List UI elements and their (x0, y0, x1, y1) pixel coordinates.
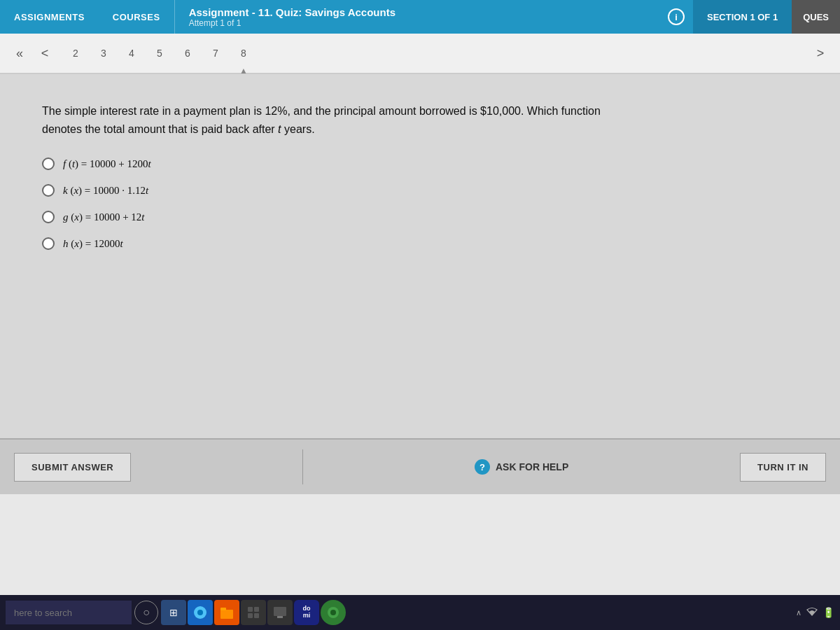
svg-rect-5 (254, 607, 259, 612)
option-a-label: f (t) = 10000 + 1200t (63, 158, 151, 170)
taskbar-grid-icon[interactable]: ⊞ (161, 600, 186, 625)
main-content-area: The simple interest rate in a payment pl… (0, 74, 840, 438)
option-b-radio[interactable] (42, 184, 55, 197)
taskbar: ○ ⊞ (0, 595, 840, 630)
option-b-label: k (x) = 10000 · 1.12t (63, 185, 148, 197)
taskbar-apps-icon[interactable] (241, 600, 266, 625)
taskbar-circle-button[interactable]: ○ (134, 601, 158, 624)
q-num-3[interactable]: 3 (91, 41, 116, 66)
option-a-item[interactable]: f (t) = 10000 + 1200t (42, 158, 798, 170)
question-line1: The simple interest rate in a payment pl… (42, 105, 601, 117)
option-a-radio[interactable] (42, 158, 55, 170)
q-num-2[interactable]: 2 (63, 41, 88, 66)
q-num-6[interactable]: 6 (175, 41, 200, 66)
options-list: f (t) = 10000 + 1200t k (x) = 10000 · 1.… (42, 158, 798, 250)
taskbar-wifi-icon (806, 606, 818, 619)
svg-rect-3 (220, 608, 226, 610)
svg-rect-2 (220, 610, 233, 619)
title-block: Assignment - 11. Quiz: Savings Accounts … (174, 0, 659, 34)
taskbar-battery-icon: 🔋 (822, 607, 834, 618)
q-num-5[interactable]: 5 (147, 41, 172, 66)
svg-point-11 (330, 610, 336, 615)
option-c-item[interactable]: g (x) = 10000 + 12t (42, 211, 798, 223)
q-num-8[interactable]: 8 (231, 41, 256, 66)
attempt-subtitle: Attempt 1 of 1 (189, 18, 645, 28)
taskbar-right-area: ∧ 🔋 (796, 606, 834, 619)
taskbar-files-icon[interactable] (214, 600, 239, 625)
search-input[interactable] (6, 601, 132, 624)
action-bar: SUBMIT ANSWER ? ASK FOR HELP TURN IT IN (0, 438, 840, 494)
section-label: SECTION 1 OF 1 (693, 0, 792, 34)
question-numbers: 2 3 4 5 6 7 8 (57, 41, 808, 66)
taskbar-caret-up[interactable]: ∧ (796, 608, 802, 617)
assignment-title: Assignment - 11. Quiz: Savings Accounts (189, 6, 645, 18)
option-d-item[interactable]: h (x) = 12000t (42, 237, 798, 250)
option-c-label: g (x) = 10000 + 12t (63, 211, 145, 223)
ask-help-label: ASK FOR HELP (496, 461, 568, 472)
nav-forward-button[interactable]: > (808, 41, 833, 66)
taskbar-apps: ⊞ d (161, 600, 796, 625)
svg-rect-8 (274, 607, 286, 616)
ask-for-help-button[interactable]: ? ASK FOR HELP (475, 459, 568, 475)
turn-it-in-button[interactable]: TURN IT IN (740, 453, 826, 482)
question-label: QUES (792, 0, 840, 34)
courses-nav[interactable]: COURSES (99, 0, 174, 34)
taskbar-green-icon[interactable] (321, 600, 346, 625)
taskbar-domino-icon[interactable]: domi (294, 600, 319, 625)
help-icon: ? (475, 459, 490, 475)
submit-answer-button[interactable]: SUBMIT ANSWER (14, 453, 131, 482)
question-line2: denotes the total amount that is paid ba… (42, 123, 315, 135)
taskbar-browser-icon[interactable] (188, 600, 213, 625)
svg-rect-4 (248, 607, 253, 612)
info-icon-button[interactable]: i (659, 0, 693, 34)
info-circle-icon: i (668, 8, 685, 25)
top-navigation: ASSIGNMENTS COURSES Assignment - 11. Qui… (0, 0, 840, 34)
option-d-label: h (x) = 12000t (63, 238, 123, 250)
svg-rect-9 (277, 616, 283, 618)
nav-double-back-button[interactable]: « (7, 41, 32, 66)
q-num-7[interactable]: 7 (203, 41, 228, 66)
svg-rect-6 (248, 613, 253, 618)
action-bar-divider (302, 449, 303, 484)
svg-point-1 (197, 610, 203, 615)
question-text: The simple interest rate in a payment pl… (42, 102, 616, 138)
q-num-4[interactable]: 4 (119, 41, 144, 66)
option-b-item[interactable]: k (x) = 10000 · 1.12t (42, 184, 798, 197)
option-d-radio[interactable] (42, 237, 55, 250)
option-c-radio[interactable] (42, 211, 55, 223)
nav-back-button[interactable]: < (32, 41, 57, 66)
svg-rect-7 (254, 613, 259, 618)
question-navigator: « < 2 3 4 5 6 7 8 > (0, 34, 840, 74)
assignments-nav[interactable]: ASSIGNMENTS (0, 0, 99, 34)
taskbar-monitor-icon[interactable] (267, 600, 293, 625)
